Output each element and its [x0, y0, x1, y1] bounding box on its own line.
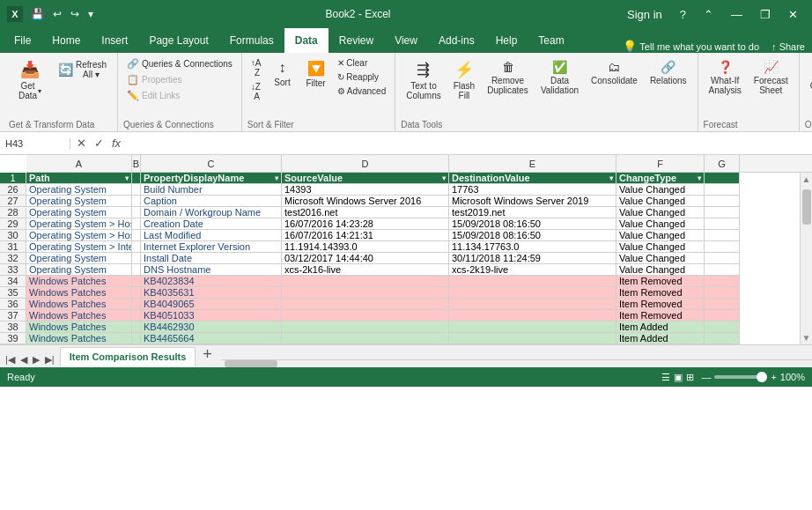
cell-30-d[interactable]: 16/07/2016 14:21:31: [282, 230, 449, 241]
sheet-tab-item-comparison[interactable]: Item Comparison Results: [60, 347, 196, 367]
cell-26-f[interactable]: Value Changed: [616, 184, 705, 196]
sheet-nav-next[interactable]: ▶: [31, 352, 41, 367]
cell-31-a[interactable]: Operating System > Internet: [26, 241, 132, 253]
row-header-28[interactable]: 28: [0, 207, 26, 218]
col-header-a[interactable]: A: [26, 155, 132, 172]
row-header-27[interactable]: 27: [0, 196, 26, 207]
cell-27-d[interactable]: Microsoft Windows Server 2016: [282, 196, 449, 207]
tab-team[interactable]: Team: [528, 28, 574, 53]
add-sheet-button[interactable]: +: [197, 345, 218, 364]
cell-27-f[interactable]: Value Changed: [616, 196, 705, 207]
relationships-button[interactable]: 🔗Relations: [645, 56, 692, 89]
cell-29-f[interactable]: Value Changed: [616, 218, 705, 230]
cell-28-c[interactable]: Domain / Workgroup Name: [141, 207, 282, 218]
cell-35-c[interactable]: KB4035631: [141, 287, 282, 299]
tab-file[interactable]: File: [4, 28, 41, 53]
tab-page-layout[interactable]: Page Layout: [138, 28, 218, 53]
cell-29-c[interactable]: Creation Date: [141, 218, 282, 230]
cell-27-e[interactable]: Microsoft Windows Server 2019: [449, 196, 616, 207]
filter-button[interactable]: 🔽Filter: [300, 56, 332, 92]
cell-header-f[interactable]: ChangeType ▾: [616, 173, 705, 184]
save-icon[interactable]: 💾: [28, 6, 47, 22]
cell-33-f[interactable]: Value Changed: [616, 264, 705, 276]
cell-39-a[interactable]: Windows Patches: [26, 333, 132, 344]
row-header-38[interactable]: 38: [0, 322, 26, 333]
cell-31-e[interactable]: 11.134.17763.0: [449, 241, 616, 253]
data-validation-button[interactable]: ✅DataValidation: [535, 56, 584, 99]
sort-button[interactable]: ↕Sort: [267, 56, 299, 91]
name-box[interactable]: H43: [0, 138, 70, 149]
consolidate-button[interactable]: 🗂Consolidate: [586, 56, 643, 89]
help-icon[interactable]: ?: [673, 4, 693, 25]
refresh-all-button[interactable]: 🔄 RefreshAll ▾: [53, 56, 112, 83]
cell-31-c[interactable]: Internet Explorer Version: [141, 241, 282, 253]
cell-39-e[interactable]: [449, 333, 616, 344]
properties-button[interactable]: 📋 Properties: [123, 72, 186, 87]
cell-28-e[interactable]: test2019.net: [449, 207, 616, 218]
cell-37-f[interactable]: Item Removed: [616, 310, 705, 322]
row-header-37[interactable]: 37: [0, 310, 26, 322]
cell-35-b[interactable]: [132, 287, 141, 299]
sort-za-button[interactable]: ↓Z A: [247, 80, 265, 103]
confirm-formula-button[interactable]: ✓: [92, 136, 107, 151]
cell-34-b[interactable]: [132, 276, 141, 287]
cell-32-b[interactable]: [132, 253, 141, 264]
cell-26-e[interactable]: 17763: [449, 184, 616, 196]
tell-me-input[interactable]: 💡 Tell me what you want to do: [623, 40, 759, 53]
flash-fill-button[interactable]: ⚡FlashFill: [448, 56, 480, 104]
cell-33-d[interactable]: xcs-2k16-live: [282, 264, 449, 276]
tab-home[interactable]: Home: [41, 28, 91, 53]
vertical-scrollbar[interactable]: ▲ ▼: [800, 173, 812, 344]
what-if-analysis-button[interactable]: ❓What-IfAnalysis: [704, 56, 747, 99]
zoom-out-button[interactable]: —: [701, 372, 711, 382]
cell-27-a[interactable]: Operating System: [26, 196, 132, 207]
cell-26-b[interactable]: [132, 184, 141, 196]
cell-32-e[interactable]: 30/11/2018 11:24:59: [449, 253, 616, 264]
tab-review[interactable]: Review: [328, 28, 384, 53]
tab-view[interactable]: View: [384, 28, 428, 53]
clear-button[interactable]: ✕ Clear: [334, 56, 390, 70]
cell-34-f[interactable]: Item Removed: [616, 276, 705, 287]
row-header-35[interactable]: 35: [0, 287, 26, 299]
cell-26-c[interactable]: Build Number: [141, 184, 282, 196]
cell-35-a[interactable]: Windows Patches: [26, 287, 132, 299]
col-header-d[interactable]: D: [282, 155, 449, 172]
cancel-formula-button[interactable]: ✕: [74, 136, 89, 151]
col-header-g[interactable]: G: [705, 155, 740, 172]
cell-26-a[interactable]: Operating System: [26, 184, 132, 196]
cell-38-f[interactable]: Item Added: [616, 322, 705, 333]
redo-icon[interactable]: ↪: [68, 6, 82, 22]
cell-37-c[interactable]: KB4051033: [141, 310, 282, 322]
cell-33-b[interactable]: [132, 264, 141, 276]
tab-add-ins[interactable]: Add-ins: [428, 28, 485, 53]
cell-29-d[interactable]: 16/07/2016 14:23:28: [282, 218, 449, 230]
cell-30-f[interactable]: Value Changed: [616, 230, 705, 241]
cell-36-c[interactable]: KB4049065: [141, 299, 282, 310]
remove-duplicates-button[interactable]: 🗑RemoveDuplicates: [482, 56, 534, 99]
page-layout-view-button[interactable]: ▣: [674, 372, 683, 383]
cell-34-c[interactable]: KB4023834: [141, 276, 282, 287]
cell-30-c[interactable]: Last Modified: [141, 230, 282, 241]
reapply-button[interactable]: ↻ Reapply: [334, 70, 390, 84]
cell-35-d[interactable]: [282, 287, 449, 299]
row-header-31[interactable]: 31: [0, 241, 26, 253]
cell-30-e[interactable]: 15/09/2018 08:16:50: [449, 230, 616, 241]
cell-38-a[interactable]: Windows Patches: [26, 322, 132, 333]
zoom-in-button[interactable]: +: [771, 372, 776, 382]
sign-in-button[interactable]: Sign in: [620, 4, 669, 25]
function-button[interactable]: fx: [109, 136, 123, 151]
cell-37-e[interactable]: [449, 310, 616, 322]
row-header-36[interactable]: 36: [0, 299, 26, 310]
cell-28-f[interactable]: Value Changed: [616, 207, 705, 218]
col-header-e[interactable]: E: [449, 155, 616, 172]
col-header-c[interactable]: C: [141, 155, 282, 172]
cell-28-d[interactable]: test2016.net: [282, 207, 449, 218]
minimize-button[interactable]: —: [724, 4, 749, 25]
cell-33-e[interactable]: xcs-2k19-live: [449, 264, 616, 276]
cell-38-e[interactable]: [449, 322, 616, 333]
cell-30-b[interactable]: [132, 230, 141, 241]
formula-input[interactable]: [127, 138, 812, 149]
row-header-39[interactable]: 39: [0, 333, 26, 344]
tab-insert[interactable]: Insert: [91, 28, 138, 53]
text-to-columns-button[interactable]: ⇶Text toColumns: [401, 56, 446, 104]
